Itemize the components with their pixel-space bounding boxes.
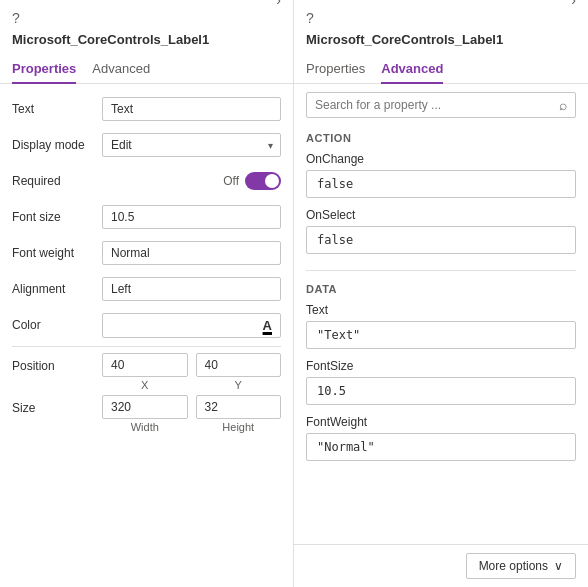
prop-control-font-weight xyxy=(102,241,281,265)
size-height-input[interactable] xyxy=(196,395,282,419)
size-height-label: Height xyxy=(196,421,282,433)
more-options-bar: More options ∨ xyxy=(294,544,588,587)
prop-value-text[interactable]: "Text" xyxy=(306,321,576,349)
prop-row-color: Color A xyxy=(12,310,281,340)
size-width-field xyxy=(102,395,188,419)
size-sublabels: Width Height xyxy=(102,421,281,433)
right-tabs: Properties Advanced xyxy=(294,55,588,84)
right-panel: ? › Microsoft_CoreControls_Label1 Proper… xyxy=(294,0,588,587)
more-options-label: More options xyxy=(479,559,548,573)
prop-name-onselect: OnSelect xyxy=(306,208,576,222)
position-y-input[interactable] xyxy=(196,353,282,377)
prop-label-font-size: Font size xyxy=(12,210,102,224)
prop-control-color: A xyxy=(102,313,281,338)
prop-value-fontweight[interactable]: "Normal" xyxy=(306,433,576,461)
toggle-knob-required xyxy=(265,174,279,188)
left-body: Text Display mode Edit View Disabled ▾ xyxy=(0,84,293,587)
right-title: Microsoft_CoreControls_Label1 xyxy=(306,32,576,47)
prop-label-alignment: Alignment xyxy=(12,282,102,296)
size-inputs: Width Height xyxy=(102,395,281,433)
help-icon-right[interactable]: ? xyxy=(306,10,314,26)
position-y-label: Y xyxy=(196,379,282,391)
select-display-mode-wrapper: Edit View Disabled ▾ xyxy=(102,133,281,157)
left-panel: ? › Microsoft_CoreControls_Label1 Proper… xyxy=(0,0,294,587)
size-width-label: Width xyxy=(102,421,188,433)
left-title: Microsoft_CoreControls_Label1 xyxy=(12,32,281,47)
prop-row-alignment: Alignment xyxy=(12,274,281,304)
section-header-action: ACTION xyxy=(306,126,576,148)
prop-control-text xyxy=(102,97,281,121)
select-display-mode[interactable]: Edit View Disabled xyxy=(102,133,281,157)
prop-row-text: Text xyxy=(12,94,281,124)
chevron-down-icon-options: ∨ xyxy=(554,559,563,573)
prop-value-onselect[interactable]: false xyxy=(306,226,576,254)
chevron-right-right[interactable]: › xyxy=(571,0,576,8)
text-input-font-size[interactable] xyxy=(102,205,281,229)
color-preview[interactable]: A xyxy=(102,313,281,338)
position-inputs: X Y xyxy=(102,353,281,391)
text-input-alignment[interactable] xyxy=(102,277,281,301)
prop-label-display-mode: Display mode xyxy=(12,138,102,152)
help-icon-left[interactable]: ? xyxy=(12,10,20,26)
color-a-icon: A xyxy=(263,318,272,333)
position-label: Position xyxy=(12,359,102,373)
prop-label-color: Color xyxy=(12,318,102,332)
text-input-font-weight[interactable] xyxy=(102,241,281,265)
right-body: ACTION OnChange false OnSelect false DAT… xyxy=(294,126,588,544)
more-options-button[interactable]: More options ∨ xyxy=(466,553,576,579)
toggle-required[interactable] xyxy=(245,172,281,190)
prop-name-fontweight: FontWeight xyxy=(306,415,576,429)
divider-right-1 xyxy=(306,270,576,271)
tab-advanced-right[interactable]: Advanced xyxy=(381,55,443,84)
prop-name-fontsize: FontSize xyxy=(306,359,576,373)
prop-name-text: Text xyxy=(306,303,576,317)
position-fields xyxy=(102,353,281,377)
prop-row-display-mode: Display mode Edit View Disabled ▾ xyxy=(12,130,281,160)
search-icon: ⌕ xyxy=(559,97,567,113)
prop-control-alignment xyxy=(102,277,281,301)
prop-name-onchange: OnChange xyxy=(306,152,576,166)
tab-properties-right[interactable]: Properties xyxy=(306,55,365,84)
size-row: Size Width Height xyxy=(12,395,281,433)
tab-properties-left[interactable]: Properties xyxy=(12,55,76,84)
right-header: ? › Microsoft_CoreControls_Label1 xyxy=(294,0,588,55)
text-input-text[interactable] xyxy=(102,97,281,121)
left-header: ? › Microsoft_CoreControls_Label1 xyxy=(0,0,293,55)
tab-advanced-left[interactable]: Advanced xyxy=(92,55,150,84)
search-input[interactable] xyxy=(315,98,559,112)
size-fields xyxy=(102,395,281,419)
position-y-field xyxy=(196,353,282,377)
section-header-data: DATA xyxy=(306,277,576,299)
prop-label-font-weight: Font weight xyxy=(12,246,102,260)
prop-row-font-size: Font size xyxy=(12,202,281,232)
prop-row-required: Required Off xyxy=(12,166,281,196)
prop-control-display-mode: Edit View Disabled ▾ xyxy=(102,133,281,157)
position-sublabels: X Y xyxy=(102,379,281,391)
prop-control-required: Off xyxy=(102,172,281,190)
chevron-right-left[interactable]: › xyxy=(276,0,281,8)
toggle-off-label: Off xyxy=(223,174,239,188)
position-x-input[interactable] xyxy=(102,353,188,377)
size-width-input[interactable] xyxy=(102,395,188,419)
prop-control-font-size xyxy=(102,205,281,229)
position-x-label: X xyxy=(102,379,188,391)
prop-label-text: Text xyxy=(12,102,102,116)
toggle-wrapper-required: Off xyxy=(102,172,281,190)
prop-value-fontsize[interactable]: 10.5 xyxy=(306,377,576,405)
left-tabs: Properties Advanced xyxy=(0,55,293,84)
search-bar[interactable]: ⌕ xyxy=(306,92,576,118)
size-label: Size xyxy=(12,401,102,415)
size-height-field xyxy=(196,395,282,419)
position-row: Position X Y xyxy=(12,353,281,391)
prop-row-font-weight: Font weight xyxy=(12,238,281,268)
divider-1 xyxy=(12,346,281,347)
position-x-field xyxy=(102,353,188,377)
prop-label-required: Required xyxy=(12,174,102,188)
prop-value-onchange[interactable]: false xyxy=(306,170,576,198)
